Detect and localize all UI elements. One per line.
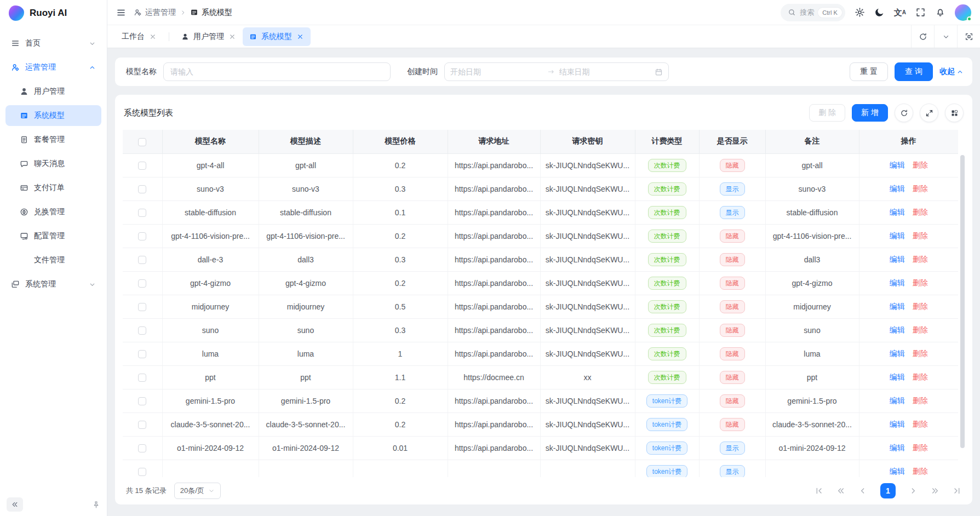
edit-link[interactable]: 编辑 (890, 160, 905, 169)
refresh-tab-button[interactable] (911, 25, 934, 48)
reset-button[interactable]: 重 置 (850, 62, 888, 81)
close-icon[interactable] (149, 33, 157, 41)
edit-link[interactable]: 编辑 (890, 302, 905, 311)
delete-link[interactable]: 删除 (913, 467, 928, 475)
model-name-input[interactable] (163, 62, 391, 81)
close-icon[interactable] (296, 33, 304, 41)
row-checkbox[interactable] (138, 162, 146, 170)
current-page[interactable]: 1 (880, 483, 896, 498)
collapse-filter-link[interactable]: 收起 (939, 67, 964, 77)
search-button[interactable]: 查 询 (895, 62, 933, 81)
notifications-icon[interactable] (935, 7, 945, 18)
fullscreen-table-button[interactable] (920, 104, 938, 122)
calendar-icon[interactable] (655, 68, 663, 76)
delete-link[interactable]: 删除 (913, 325, 928, 334)
edit-link[interactable]: 编辑 (890, 231, 905, 240)
tab-workbench[interactable]: 工作台 (115, 27, 163, 46)
sidebar-item-system-models[interactable]: 系统模型 (5, 105, 101, 126)
sidebar-item-operations[interactable]: 运营管理 (5, 57, 101, 78)
language-icon[interactable]: 文A (894, 8, 906, 16)
tab-users[interactable]: 用户管理 (175, 27, 243, 46)
page-size-select[interactable]: 20条/页 (174, 483, 221, 499)
edit-link[interactable]: 编辑 (890, 420, 905, 428)
select-all-checkbox[interactable] (138, 138, 146, 146)
row-checkbox[interactable] (138, 468, 146, 476)
pagination-prev-jump-button[interactable] (836, 486, 845, 495)
search-input[interactable]: 搜索 Ctrl K (781, 4, 845, 21)
edit-link[interactable]: 编辑 (890, 372, 905, 381)
column-settings-button[interactable] (945, 104, 964, 122)
sidebar-item-home[interactable]: 首页 (5, 33, 101, 54)
delete-link[interactable]: 删除 (913, 302, 928, 311)
sidebar-item-system[interactable]: 系统管理 (5, 274, 101, 295)
fullscreen-icon[interactable] (915, 7, 926, 18)
row-checkbox[interactable] (138, 444, 146, 452)
row-checkbox[interactable] (138, 397, 146, 405)
edit-link[interactable]: 编辑 (890, 467, 905, 475)
delete-link[interactable]: 删除 (913, 420, 928, 428)
row-checkbox[interactable] (138, 279, 146, 288)
refresh-table-button[interactable] (895, 104, 913, 122)
batch-delete-button[interactable]: 删 除 (809, 104, 845, 122)
delete-link[interactable]: 删除 (913, 160, 928, 169)
row-checkbox[interactable] (138, 185, 146, 193)
delete-link[interactable]: 删除 (913, 396, 928, 405)
row-checkbox[interactable] (138, 303, 146, 311)
maximize-content-button[interactable] (957, 25, 980, 48)
row-checkbox[interactable] (138, 326, 146, 335)
row-checkbox[interactable] (138, 374, 146, 382)
sidebar-item-payment-orders[interactable]: 支付订单 (5, 177, 101, 198)
edit-link[interactable]: 编辑 (890, 443, 905, 452)
row-checkbox[interactable] (138, 256, 146, 264)
delete-link[interactable]: 删除 (913, 443, 928, 452)
edit-link[interactable]: 编辑 (890, 278, 905, 287)
edit-link[interactable]: 编辑 (890, 184, 905, 193)
sidebar-item-config-mgmt[interactable]: 配置管理 (5, 226, 101, 246)
start-date-input[interactable] (450, 67, 543, 76)
pagination-next-jump-button[interactable] (931, 486, 939, 495)
breadcrumb-item-system-models[interactable]: 系统模型 (190, 8, 232, 18)
add-button[interactable]: 新 增 (852, 104, 888, 122)
user-avatar[interactable] (955, 4, 971, 21)
pagination-last-button[interactable] (953, 486, 961, 495)
delete-link[interactable]: 删除 (913, 278, 928, 287)
pin-icon[interactable] (92, 501, 100, 509)
sidebar-item-redeem-mgmt[interactable]: 兑换管理 (5, 202, 101, 222)
edit-link[interactable]: 编辑 (890, 208, 905, 216)
pagination-first-button[interactable] (815, 486, 823, 495)
row-checkbox[interactable] (138, 209, 146, 217)
close-icon[interactable] (228, 33, 236, 41)
tab-system-models[interactable]: 系统模型 (243, 27, 311, 46)
delete-link[interactable]: 删除 (913, 349, 928, 358)
pagination-prev-button[interactable] (858, 486, 867, 495)
billing-type-badge: token计费 (646, 465, 687, 477)
sidebar-item-file-mgmt[interactable]: 文件管理 (5, 250, 101, 271)
scrollbar-thumb[interactable] (960, 155, 965, 448)
end-date-input[interactable] (559, 67, 652, 76)
pagination-next-button[interactable] (909, 486, 918, 495)
menu-toggle-icon[interactable] (116, 8, 126, 18)
row-checkbox[interactable] (138, 421, 146, 429)
tab-menu-button[interactable] (934, 25, 957, 48)
edit-link[interactable]: 编辑 (890, 325, 905, 334)
sidebar-item-chat-messages[interactable]: 聊天消息 (5, 153, 101, 174)
sidebar-collapse-button[interactable] (7, 497, 23, 512)
edit-link[interactable]: 编辑 (890, 396, 905, 405)
delete-link[interactable]: 删除 (913, 208, 928, 216)
date-range-input[interactable] (444, 62, 669, 81)
delete-link[interactable]: 删除 (913, 231, 928, 240)
breadcrumb-item-operations[interactable]: 运营管理 (134, 8, 176, 18)
row-checkbox[interactable] (138, 350, 146, 358)
settings-icon[interactable] (855, 7, 865, 18)
row-checkbox[interactable] (138, 232, 146, 240)
delete-link[interactable]: 删除 (913, 255, 928, 263)
edit-link[interactable]: 编辑 (890, 349, 905, 358)
table-scrollbar[interactable] (960, 155, 965, 474)
sidebar-item-packages[interactable]: 套餐管理 (5, 129, 101, 150)
edit-link[interactable]: 编辑 (890, 255, 905, 263)
delete-link[interactable]: 删除 (913, 184, 928, 193)
brand[interactable]: Ruoyi AI (0, 0, 107, 26)
dark-mode-icon[interactable] (874, 7, 885, 18)
delete-link[interactable]: 删除 (913, 372, 928, 381)
sidebar-item-users[interactable]: 用户管理 (5, 81, 101, 102)
